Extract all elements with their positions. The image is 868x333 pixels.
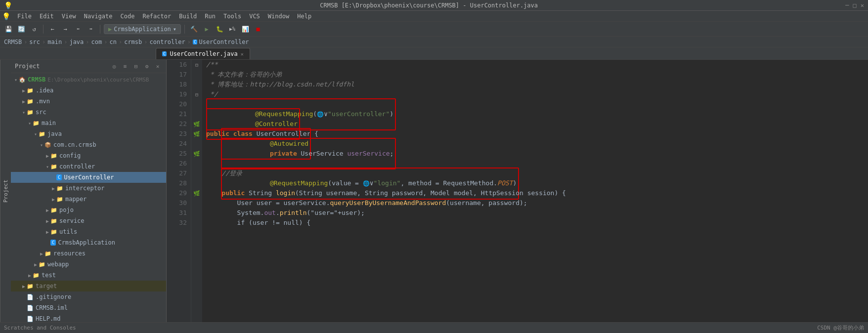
- tree-arrow-mvn: ▶: [21, 99, 27, 104]
- debug-button[interactable]: 🐛: [214, 24, 225, 35]
- tab-close-button[interactable]: ✕: [241, 51, 244, 57]
- collapse-all-button[interactable]: ⊟: [131, 62, 140, 71]
- tree-label-app: CrmsbApplication: [58, 239, 115, 246]
- tree-item-gitignore[interactable]: 📄 .gitignore: [11, 291, 166, 302]
- gutter-27: [191, 168, 202, 178]
- breadcrumb-crmsb[interactable]: CRMSB: [4, 39, 22, 45]
- file-icon-gitignore: 📄: [27, 294, 34, 300]
- minimize-btn[interactable]: ─: [845, 2, 849, 9]
- locate-file-button[interactable]: ◎: [110, 62, 119, 71]
- tree-item-crmsb-app[interactable]: C CrmsbApplication: [11, 237, 166, 248]
- menu-refactor[interactable]: Refactor: [138, 12, 175, 21]
- editor-area[interactable]: 16 17 18 19 20 21 22 23 24 25 26 27 28 2…: [167, 60, 868, 322]
- tree-item-test[interactable]: ▶ 📁 test: [11, 270, 166, 281]
- maximize-btn[interactable]: □: [853, 2, 857, 9]
- tree-item-utils[interactable]: ▶ 📁 utils: [11, 226, 166, 237]
- profile-button[interactable]: 📊: [240, 24, 251, 35]
- menu-run[interactable]: Run: [201, 12, 219, 21]
- ln-25: 25: [169, 149, 187, 159]
- title-bar-title: CRMSB [E:\Dropbox\phoenix\course\CRMSB] …: [12, 2, 845, 9]
- gutter-21: [191, 109, 202, 119]
- tree-item-iml[interactable]: 📄 CRMSB.iml: [11, 302, 166, 313]
- menu-code[interactable]: Code: [117, 12, 139, 21]
- ln-19: 19: [169, 89, 187, 99]
- tree-item-controller[interactable]: ▾ 📁 controller: [11, 161, 166, 172]
- ln-28: 28: [169, 178, 187, 188]
- tree-label-gitignore: .gitignore: [36, 293, 71, 300]
- breadcrumb-src[interactable]: src: [29, 39, 40, 45]
- breadcrumb-cn[interactable]: cn: [109, 39, 116, 45]
- title-bar-left: 💡: [4, 1, 12, 9]
- tree-item-pojo[interactable]: ▶ 📁 pojo: [11, 205, 166, 215]
- tab-class-icon: C: [162, 51, 167, 56]
- tree-item-webapp[interactable]: ▶ 📁 webapp: [11, 259, 166, 270]
- expand-all-button[interactable]: ≡: [121, 62, 130, 71]
- breadcrumb-controller[interactable]: controller: [150, 39, 185, 45]
- tree-item-java[interactable]: ▾ 📁 java: [11, 128, 166, 139]
- code-line-25: private UserService userService;: [206, 149, 868, 159]
- tree-item-config[interactable]: ▶ 📁 config: [11, 150, 166, 161]
- sync-button[interactable]: 🔄: [16, 24, 27, 35]
- menu-tools[interactable]: Tools: [219, 12, 245, 21]
- breadcrumb-main[interactable]: main: [47, 39, 62, 45]
- tree-arrow-utils: ▶: [44, 229, 50, 235]
- tree-item-mapper[interactable]: ▶ 📁 mapper: [11, 194, 166, 205]
- menu-view[interactable]: View: [58, 12, 80, 21]
- project-side-tab[interactable]: Project: [0, 60, 11, 322]
- tree-label-service: service: [59, 217, 85, 224]
- tree-item-resources[interactable]: ▶ 📁 resources: [11, 248, 166, 259]
- refresh-button[interactable]: ↺: [29, 24, 40, 35]
- ln-31: 31: [169, 208, 187, 218]
- save-all-button[interactable]: 💾: [3, 24, 14, 35]
- tree-item-interceptor[interactable]: ▶ 📁 interceptor: [11, 183, 166, 194]
- run-with-coverage-button[interactable]: ▶%: [227, 24, 238, 35]
- gutter-28: [191, 178, 202, 188]
- build-button[interactable]: 🔨: [188, 24, 199, 35]
- tree-label-utils: utils: [59, 228, 77, 235]
- tree-item-idea[interactable]: ▶ 📁 .idea: [11, 85, 166, 96]
- tree-item-package[interactable]: ▾ 📦 com.cn.crmsb: [11, 139, 166, 150]
- gutter-19: ⊟: [191, 89, 202, 99]
- folder-icon-java: 📁: [39, 131, 45, 137]
- tree-item-main[interactable]: ▾ 📁 main: [11, 118, 166, 128]
- module-icon: 🏠: [19, 77, 26, 83]
- breadcrumb-java[interactable]: java: [69, 39, 84, 45]
- breadcrumb-crmsb2[interactable]: crmsb: [124, 39, 142, 45]
- settings-button[interactable]: ⚙: [142, 62, 151, 71]
- tree-item-mvn[interactable]: ▶ 📁 .mvn: [11, 96, 166, 107]
- back-button[interactable]: ←: [47, 24, 58, 35]
- tree-arrow-crmsb: ▾: [13, 77, 19, 83]
- breadcrumb-usercontroller[interactable]: C UserController: [193, 38, 249, 45]
- close-btn[interactable]: ✕: [861, 2, 864, 9]
- tree-item-target[interactable]: ▶ 📁 target: [11, 281, 166, 291]
- code-line-29: public String login(String username, Str…: [206, 188, 868, 198]
- fold-icon-16[interactable]: ⊟: [195, 62, 198, 68]
- side-panel-header: Project ◎ ≡ ⊟ ⚙ ✕: [11, 60, 166, 73]
- stop-button[interactable]: ■: [253, 24, 263, 35]
- run-button[interactable]: ▶: [201, 24, 212, 35]
- tree-item-help[interactable]: 📄 HELP.md: [11, 313, 166, 322]
- menu-navigate[interactable]: Navigate: [80, 12, 117, 21]
- tab-usercontroller[interactable]: C UserController.java ✕: [156, 48, 250, 59]
- menu-edit[interactable]: Edit: [36, 12, 58, 21]
- run-configuration-selector[interactable]: ▶ CrmsbApplication ▾: [104, 24, 181, 34]
- tree-item-src[interactable]: ▾ 📁 src: [11, 107, 166, 118]
- class-icon-app: C: [50, 240, 56, 246]
- forward-button[interactable]: →: [60, 24, 71, 35]
- menu-file[interactable]: File: [13, 12, 36, 21]
- tree-item-crmsb[interactable]: ▾ 🏠 CRMSB E:\Dropbox\phoenix\course\CRMS…: [11, 74, 166, 85]
- menu-vcs[interactable]: VCS: [245, 12, 264, 21]
- menu-build[interactable]: Build: [175, 12, 201, 21]
- tree-arrow-pojo: ▶: [44, 208, 50, 213]
- status-bar: Scratches and Consoles CSDN @谷哥的小弟: [0, 322, 868, 333]
- menu-help[interactable]: Help: [293, 12, 315, 21]
- tree-item-usercontroller[interactable]: C UserController: [11, 172, 166, 183]
- ln-30: 30: [169, 198, 187, 208]
- menu-window[interactable]: Window: [264, 12, 293, 21]
- fold-icon-19[interactable]: ⊟: [195, 92, 198, 97]
- close-side-panel-button[interactable]: ✕: [153, 62, 162, 71]
- navigate-forward-icon[interactable]: ➡: [86, 24, 96, 35]
- tree-item-service[interactable]: ▶ 📁 service: [11, 215, 166, 226]
- navigate-back-icon[interactable]: ⬅: [73, 24, 84, 35]
- breadcrumb-com[interactable]: com: [91, 39, 102, 45]
